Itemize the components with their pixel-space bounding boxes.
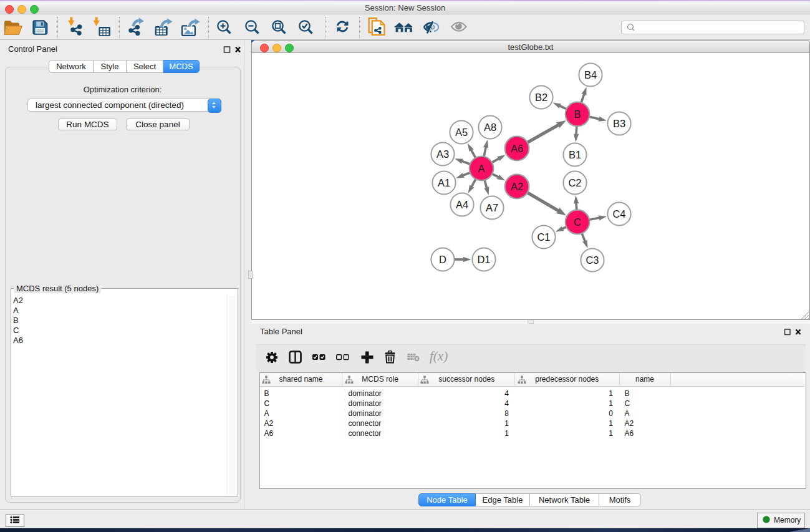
svg-text:C1: C1 — [537, 231, 550, 243]
svg-text:C4: C4 — [612, 208, 625, 220]
svg-text:D: D — [439, 254, 446, 265]
svg-text:C3: C3 — [586, 254, 599, 266]
svg-text:A2: A2 — [511, 181, 523, 192]
svg-text:A8: A8 — [484, 122, 496, 133]
svg-text:C2: C2 — [568, 177, 581, 188]
svg-text:B1: B1 — [569, 149, 581, 160]
svg-text:B3: B3 — [613, 118, 625, 129]
svg-text:A5: A5 — [455, 127, 468, 138]
svg-text:A4: A4 — [456, 199, 468, 210]
svg-text:D1: D1 — [477, 254, 490, 265]
svg-text:A3: A3 — [436, 148, 449, 160]
svg-text:A: A — [478, 163, 485, 174]
svg-text:A7: A7 — [486, 202, 498, 213]
svg-text:C: C — [574, 216, 581, 228]
svg-text:B2: B2 — [535, 92, 547, 103]
svg-text:B4: B4 — [584, 69, 597, 80]
svg-text:A6: A6 — [511, 143, 523, 154]
svg-text:B: B — [574, 109, 581, 120]
svg-text:A1: A1 — [438, 177, 450, 188]
